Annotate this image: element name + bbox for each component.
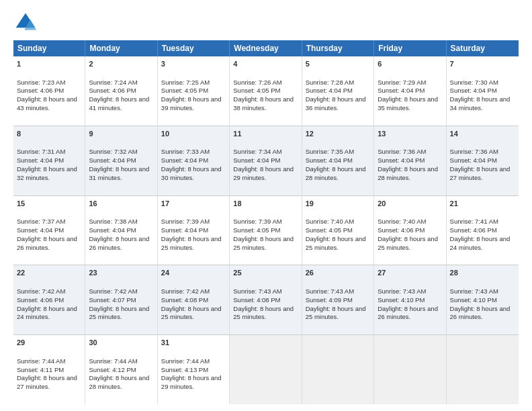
day-number: 22	[17, 268, 81, 278]
logo	[13, 11, 40, 35]
sunrise-time: Sunrise: 7:44 AM	[89, 357, 137, 365]
sunrise-time: Sunrise: 7:26 AM	[233, 79, 281, 86]
sunset-time: Sunset: 4:05 PM	[161, 87, 208, 94]
daylight-hours: Daylight: 8 hours and 34 minutes.	[450, 95, 511, 111]
sunrise-time: Sunrise: 7:33 AM	[161, 148, 210, 155]
day-number: 16	[89, 199, 153, 209]
day-cell-21: 21Sunrise: 7:41 AMSunset: 4:06 PMDayligh…	[447, 196, 519, 265]
day-number: 8	[17, 129, 81, 139]
logo-icon	[13, 11, 38, 35]
day-number: 23	[89, 268, 153, 278]
daylight-hours: Daylight: 8 hours and 32 minutes.	[17, 165, 77, 181]
sunrise-time: Sunrise: 7:44 AM	[161, 357, 210, 365]
sunrise-time: Sunrise: 7:35 AM	[306, 148, 354, 155]
sunrise-time: Sunrise: 7:42 AM	[17, 287, 65, 295]
week-row-3: 15Sunrise: 7:37 AMSunset: 4:04 PMDayligh…	[13, 196, 519, 266]
sunrise-time: Sunrise: 7:25 AM	[161, 79, 210, 86]
day-number: 27	[378, 268, 442, 278]
daylight-hours: Daylight: 8 hours and 25 minutes.	[233, 235, 294, 251]
sunrise-time: Sunrise: 7:29 AM	[378, 79, 426, 86]
day-number: 18	[233, 199, 298, 209]
sunset-time: Sunset: 4:05 PM	[233, 226, 280, 234]
sunset-time: Sunset: 4:08 PM	[233, 296, 280, 304]
day-number: 30	[89, 338, 153, 348]
day-header-thursday: Thursday	[302, 40, 374, 56]
day-number: 19	[306, 199, 370, 209]
sunset-time: Sunset: 4:04 PM	[17, 156, 64, 164]
daylight-hours: Daylight: 8 hours and 25 minutes.	[306, 305, 366, 321]
calendar: SundayMondayTuesdayWednesdayThursdayFrid…	[13, 40, 519, 404]
empty-cell	[230, 335, 302, 404]
day-number: 25	[233, 268, 298, 278]
sunset-time: Sunset: 4:07 PM	[89, 296, 136, 304]
day-cell-23: 23Sunrise: 7:42 AMSunset: 4:07 PMDayligh…	[85, 265, 157, 334]
sunrise-time: Sunrise: 7:38 AM	[89, 218, 137, 225]
day-number: 15	[17, 199, 81, 209]
day-cell-8: 8Sunrise: 7:31 AMSunset: 4:04 PMDaylight…	[13, 126, 85, 195]
empty-cell	[447, 335, 519, 404]
day-number: 9	[89, 129, 153, 139]
sunrise-time: Sunrise: 7:23 AM	[17, 79, 65, 86]
sunrise-time: Sunrise: 7:39 AM	[233, 218, 281, 225]
day-cell-26: 26Sunrise: 7:43 AMSunset: 4:09 PMDayligh…	[302, 265, 374, 334]
day-cell-18: 18Sunrise: 7:39 AMSunset: 4:05 PMDayligh…	[230, 196, 302, 265]
day-cell-20: 20Sunrise: 7:40 AMSunset: 4:06 PMDayligh…	[374, 196, 446, 265]
day-number: 29	[17, 338, 81, 348]
sunrise-time: Sunrise: 7:36 AM	[378, 148, 426, 155]
day-number: 24	[161, 268, 226, 278]
daylight-hours: Daylight: 8 hours and 25 minutes.	[233, 305, 294, 321]
day-number: 3	[161, 59, 226, 69]
day-number: 17	[161, 199, 226, 209]
week-row-2: 8Sunrise: 7:31 AMSunset: 4:04 PMDaylight…	[13, 126, 519, 196]
sunrise-time: Sunrise: 7:43 AM	[233, 287, 281, 295]
sunrise-time: Sunrise: 7:43 AM	[306, 287, 354, 295]
day-number: 20	[378, 199, 442, 209]
sunset-time: Sunset: 4:06 PM	[17, 87, 64, 94]
sunrise-time: Sunrise: 7:43 AM	[450, 287, 498, 295]
sunset-time: Sunset: 4:04 PM	[161, 156, 208, 164]
day-cell-31: 31Sunrise: 7:44 AMSunset: 4:13 PMDayligh…	[158, 335, 230, 404]
day-cell-5: 5Sunrise: 7:28 AMSunset: 4:04 PMDaylight…	[302, 56, 374, 126]
day-cell-15: 15Sunrise: 7:37 AMSunset: 4:04 PMDayligh…	[13, 196, 85, 265]
daylight-hours: Daylight: 8 hours and 28 minutes.	[378, 165, 438, 181]
day-number: 6	[378, 59, 442, 69]
daylight-hours: Daylight: 8 hours and 29 minutes.	[161, 374, 222, 390]
sunrise-time: Sunrise: 7:32 AM	[89, 148, 137, 155]
day-number: 1	[17, 59, 81, 69]
daylight-hours: Daylight: 8 hours and 39 minutes.	[161, 95, 222, 111]
daylight-hours: Daylight: 8 hours and 41 minutes.	[89, 95, 149, 111]
sunset-time: Sunset: 4:04 PM	[450, 87, 497, 94]
daylight-hours: Daylight: 8 hours and 25 minutes.	[161, 235, 222, 251]
sunrise-time: Sunrise: 7:28 AM	[306, 79, 354, 86]
sunrise-time: Sunrise: 7:42 AM	[161, 287, 210, 295]
day-header-friday: Friday	[374, 40, 446, 56]
day-cell-22: 22Sunrise: 7:42 AMSunset: 4:06 PMDayligh…	[13, 265, 85, 334]
sunrise-time: Sunrise: 7:37 AM	[17, 218, 65, 225]
day-cell-27: 27Sunrise: 7:43 AMSunset: 4:10 PMDayligh…	[374, 265, 446, 334]
daylight-hours: Daylight: 8 hours and 43 minutes.	[17, 95, 77, 111]
day-number: 13	[378, 129, 442, 139]
sunset-time: Sunset: 4:04 PM	[378, 87, 425, 94]
sunset-time: Sunset: 4:04 PM	[378, 156, 425, 164]
daylight-hours: Daylight: 8 hours and 27 minutes.	[17, 374, 77, 390]
day-number: 4	[233, 59, 298, 69]
day-number: 21	[450, 199, 515, 209]
sunrise-time: Sunrise: 7:34 AM	[233, 148, 281, 155]
calendar-body: 1Sunrise: 7:23 AMSunset: 4:06 PMDaylight…	[13, 56, 519, 404]
day-header-monday: Monday	[85, 40, 157, 56]
day-cell-13: 13Sunrise: 7:36 AMSunset: 4:04 PMDayligh…	[374, 126, 446, 195]
day-number: 11	[233, 129, 298, 139]
sunset-time: Sunset: 4:06 PM	[378, 226, 425, 234]
sunrise-time: Sunrise: 7:43 AM	[378, 287, 426, 295]
daylight-hours: Daylight: 8 hours and 25 minutes.	[89, 305, 149, 321]
sunrise-time: Sunrise: 7:41 AM	[450, 218, 498, 225]
day-cell-19: 19Sunrise: 7:40 AMSunset: 4:05 PMDayligh…	[302, 196, 374, 265]
day-number: 26	[306, 268, 370, 278]
page: SundayMondayTuesdayWednesdayThursdayFrid…	[0, 0, 532, 411]
week-row-4: 22Sunrise: 7:42 AMSunset: 4:06 PMDayligh…	[13, 265, 519, 335]
sunset-time: Sunset: 4:10 PM	[378, 296, 425, 304]
header	[13, 11, 519, 35]
daylight-hours: Daylight: 8 hours and 24 minutes.	[450, 235, 511, 251]
day-number: 2	[89, 59, 153, 69]
day-cell-17: 17Sunrise: 7:39 AMSunset: 4:04 PMDayligh…	[158, 196, 230, 265]
